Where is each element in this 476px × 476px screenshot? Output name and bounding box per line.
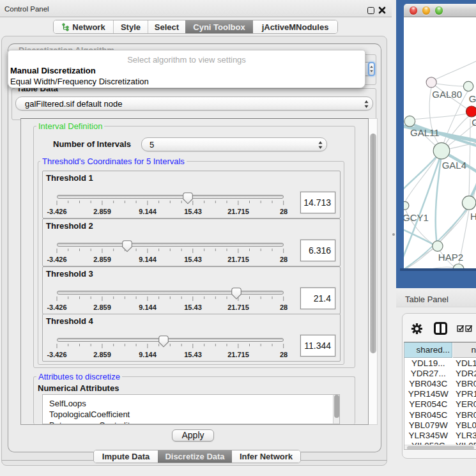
svg-text:GAL80: GAL80 <box>432 89 462 100</box>
svg-text:HAP2: HAP2 <box>438 252 463 263</box>
svg-text:C...: C... <box>472 117 476 128</box>
svg-text:G...: G... <box>469 93 476 104</box>
svg-text:GAL11: GAL11 <box>410 127 440 138</box>
svg-text:GAL4: GAL4 <box>442 160 466 171</box>
svg-text:H...: H... <box>470 211 476 222</box>
svg-text:GCY1: GCY1 <box>404 212 429 223</box>
